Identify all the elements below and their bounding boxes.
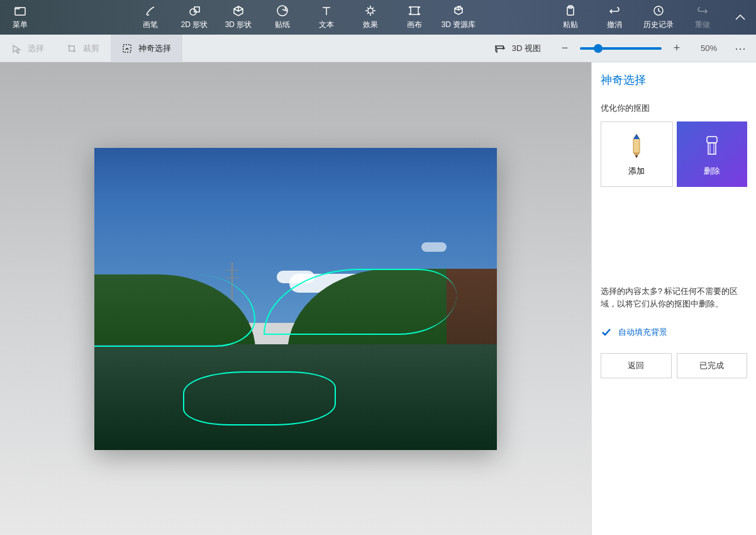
- autofill-label: 自动填充背景: [618, 327, 667, 338]
- brush-label: 画笔: [143, 20, 158, 30]
- magic-select-tool[interactable]: 神奇选择: [111, 35, 182, 62]
- undo-label: 撤消: [607, 20, 622, 30]
- zoom-slider[interactable]: [580, 47, 662, 50]
- done-button[interactable]: 已完成: [677, 353, 748, 378]
- panel-hint: 选择的内容太多? 标记任何不需要的区域，以将它们从你的抠图中删除。: [601, 285, 747, 310]
- panel-subtitle: 优化你的抠图: [601, 103, 747, 114]
- image-cloud: [277, 271, 314, 283]
- svg-rect-10: [707, 137, 717, 143]
- shape3d-tool[interactable]: 3D 形状: [216, 0, 260, 35]
- cursor-icon: [11, 43, 21, 54]
- zoom-value: 50%: [692, 43, 726, 53]
- library3d-tool[interactable]: 3D 资源库: [436, 0, 481, 35]
- undo-button[interactable]: 撤消: [592, 0, 636, 35]
- expand-button[interactable]: [725, 0, 756, 35]
- shape2d-tool[interactable]: 2D 形状: [172, 0, 216, 35]
- menu-label: 菜单: [13, 20, 28, 30]
- magic-select-label: 神奇选择: [138, 43, 171, 54]
- side-panel: 神奇选择 优化你的抠图 添加 删除: [591, 62, 756, 535]
- shape3d-label: 3D 形状: [225, 20, 252, 30]
- chevron-up-icon: [735, 14, 746, 21]
- canvas-label: 画布: [407, 20, 422, 30]
- image-water: [94, 344, 497, 450]
- back-button[interactable]: 返回: [601, 353, 672, 378]
- crop-icon: [67, 43, 77, 54]
- remove-tool-card[interactable]: 删除: [677, 121, 748, 187]
- add-tool-card[interactable]: 添加: [601, 121, 673, 187]
- redo-label: 重做: [695, 20, 710, 30]
- image-cloud: [421, 242, 447, 252]
- effects-tool[interactable]: 效果: [348, 0, 392, 35]
- history-icon: [652, 4, 665, 17]
- pencil-icon: [625, 132, 648, 159]
- check-icon: [601, 327, 612, 338]
- add-label: 添加: [628, 166, 645, 177]
- image-tower: [231, 262, 233, 300]
- undo-icon: [608, 4, 621, 17]
- more-button[interactable]: ⋯: [726, 42, 756, 55]
- eraser-icon: [701, 132, 723, 159]
- sub-toolbar: 选择 裁剪 神奇选择 3D 视图 − + 50% ⋯: [0, 35, 756, 62]
- library-icon: [452, 4, 465, 17]
- view3d-icon: [494, 43, 506, 54]
- text-label: 文本: [319, 20, 334, 30]
- redo-button: 重做: [681, 0, 725, 35]
- select-tool: 选择: [0, 35, 55, 62]
- paste-button[interactable]: 粘贴: [548, 0, 592, 35]
- svg-rect-11: [708, 143, 716, 154]
- svg-rect-5: [411, 7, 418, 14]
- sticker-icon: [276, 4, 289, 17]
- shape2d-icon: [188, 4, 201, 17]
- menu-button[interactable]: 菜单: [0, 0, 40, 35]
- zoom-slider-thumb[interactable]: [594, 44, 603, 53]
- canvas-icon: [408, 4, 421, 17]
- text-tool[interactable]: 文本: [304, 0, 348, 35]
- shape2d-label: 2D 形状: [181, 20, 208, 30]
- magic-select-icon: [122, 43, 132, 54]
- clipboard-icon: [564, 4, 577, 17]
- crop-label: 裁剪: [83, 43, 99, 54]
- effects-icon: [364, 4, 377, 17]
- effects-label: 效果: [363, 20, 378, 30]
- view3d-toggle[interactable]: 3D 视图: [486, 43, 550, 54]
- history-button[interactable]: 历史记录: [636, 0, 681, 35]
- autofill-checkbox[interactable]: 自动填充背景: [601, 320, 747, 353]
- library3d-label: 3D 资源库: [442, 20, 476, 30]
- paste-label: 粘贴: [563, 20, 578, 30]
- stickers-label: 贴纸: [275, 20, 290, 30]
- history-label: 历史记录: [643, 20, 674, 30]
- crop-tool: 裁剪: [55, 35, 111, 62]
- remove-label: 删除: [704, 166, 720, 177]
- text-icon: [320, 4, 333, 17]
- stickers-tool[interactable]: 贴纸: [260, 0, 304, 35]
- top-ribbon: 菜单 画笔 2D 形状 3D 形状 贴纸 文本 效果 画布 3D 资源库 粘贴: [0, 0, 756, 35]
- brush-icon: [144, 4, 157, 17]
- canvas-tool[interactable]: 画布: [392, 0, 436, 35]
- select-label: 选择: [28, 43, 44, 54]
- redo-icon: [696, 4, 709, 17]
- panel-title: 神奇选择: [601, 72, 747, 87]
- svg-point-4: [368, 8, 373, 13]
- zoom-out-button[interactable]: −: [557, 41, 572, 56]
- canvas-area[interactable]: [0, 62, 591, 535]
- zoom-controls: − +: [550, 41, 692, 56]
- zoom-in-button[interactable]: +: [669, 41, 684, 56]
- canvas-image[interactable]: [94, 148, 497, 450]
- cube-icon: [232, 4, 245, 17]
- brush-tool[interactable]: 画笔: [128, 0, 172, 35]
- folder-icon: [14, 4, 26, 17]
- view3d-label: 3D 视图: [512, 43, 541, 54]
